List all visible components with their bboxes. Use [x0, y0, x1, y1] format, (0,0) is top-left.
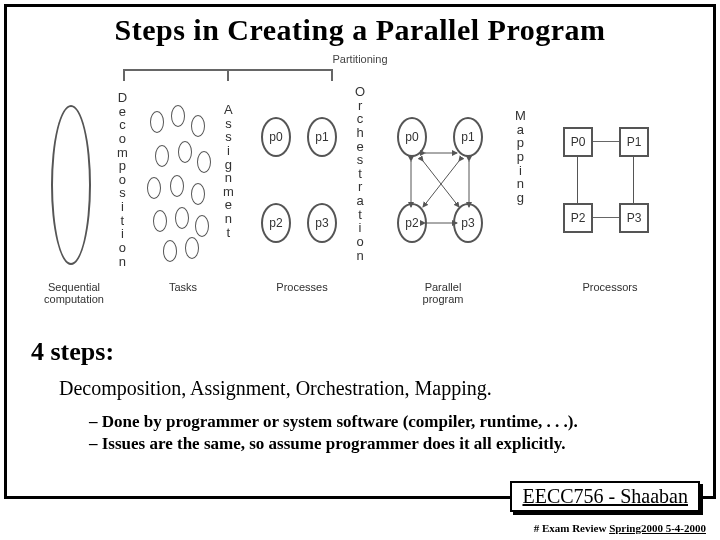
process-p2: p2: [261, 203, 291, 243]
task-ellipse: [170, 175, 184, 197]
task-ellipse: [175, 207, 189, 229]
col-processors: Processors: [575, 281, 645, 293]
task-ellipse: [155, 145, 169, 167]
processor-P0: P0: [563, 127, 593, 157]
footer-meta-term: Spring2000 5-4-2000: [609, 522, 706, 534]
processor-P3: P3: [619, 203, 649, 233]
footer-meta: # Exam Review Spring2000 5-4-2000: [534, 522, 706, 534]
stage-orchestration: Orchestration: [355, 85, 365, 262]
partitioning-label: Partitioning: [35, 53, 685, 65]
task-ellipse: [191, 115, 205, 137]
task-ellipse: [163, 240, 177, 262]
parallel-arrows-icon: [395, 115, 487, 247]
sequential-ellipse: [51, 105, 91, 265]
task-ellipse: [147, 177, 161, 199]
stage-mapping: Mapping: [515, 109, 526, 204]
proc-conn: [577, 157, 578, 203]
proc-conn: [593, 141, 619, 142]
col-parallel: Parallelprogram: [413, 281, 473, 305]
proc-conn: [593, 217, 619, 218]
footer-course-box: EECC756 - Shaaban: [510, 481, 700, 512]
process-p3: p3: [307, 203, 337, 243]
bracket-left: [123, 69, 125, 81]
proc-conn: [633, 157, 634, 203]
bullet-item: Issues are the same, so assume programme…: [89, 434, 689, 454]
task-ellipse: [153, 210, 167, 232]
footer-meta-prefix: # Exam Review: [534, 522, 609, 534]
stage-decomposition: Decomposition: [117, 91, 128, 268]
bracket-right: [331, 69, 333, 81]
processor-P2: P2: [563, 203, 593, 233]
steps-list: Decomposition, Assignment, Orchestration…: [59, 377, 689, 400]
slide-title: Steps in Creating a Parallel Program: [7, 13, 713, 47]
bullet-item: Done by programmer or system software (c…: [89, 412, 689, 432]
col-processes: Processes: [267, 281, 337, 293]
slide-border: Steps in Creating a Parallel Program Par…: [4, 4, 716, 499]
diagram: Partitioning Decomposition Assignment Or…: [35, 55, 685, 315]
col-tasks: Tasks: [153, 281, 213, 293]
process-p0: p0: [261, 117, 291, 157]
process-p1: p1: [307, 117, 337, 157]
task-ellipse: [195, 215, 209, 237]
steps-heading: 4 steps:: [31, 337, 689, 367]
bracket-mid: [227, 69, 229, 81]
task-ellipse: [150, 111, 164, 133]
task-ellipse: [178, 141, 192, 163]
task-ellipse: [171, 105, 185, 127]
processor-P1: P1: [619, 127, 649, 157]
bullet-list: Done by programmer or system software (c…: [89, 412, 689, 454]
content-area: 4 steps: Decomposition, Assignment, Orch…: [31, 337, 689, 456]
col-sequential: Sequentialcomputation: [29, 281, 119, 305]
stage-assignment: Assignment: [223, 103, 234, 239]
task-ellipse: [197, 151, 211, 173]
task-ellipse: [185, 237, 199, 259]
task-ellipse: [191, 183, 205, 205]
